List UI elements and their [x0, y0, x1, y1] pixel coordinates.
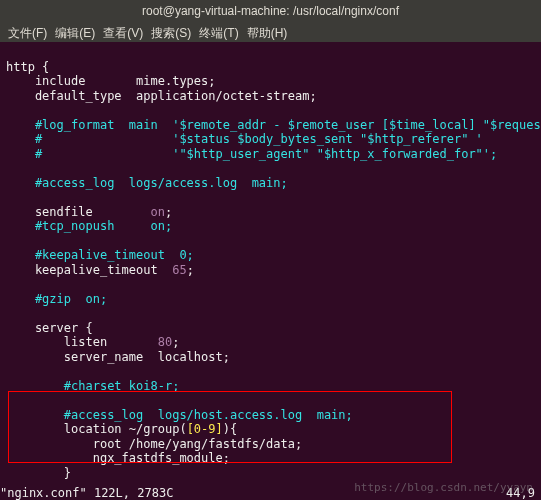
code-line: }: [6, 466, 71, 480]
code-comment: #access_log logs/access.log main;: [6, 176, 288, 190]
code-comment: #tcp_nopush on;: [6, 219, 172, 233]
code-comment: # '"$http_user_agent" "$http_x_forwarded…: [6, 147, 497, 161]
code-comment: #keepalive_timeout 0;: [6, 248, 194, 262]
terminal-content[interactable]: http { include mime.types; default_type …: [0, 42, 541, 500]
code-line: server {: [6, 321, 93, 335]
code-line: listen 80;: [6, 335, 179, 349]
code-comment: # '$status $body_bytes_sent "$http_refer…: [6, 132, 483, 146]
window-titlebar: root@yang-virtual-machine: /usr/local/ng…: [0, 0, 541, 22]
menu-file[interactable]: 文件(F): [6, 25, 49, 39]
code-line: default_type application/octet-stream;: [6, 89, 317, 103]
code-line: keepalive_timeout 65;: [6, 263, 194, 277]
title-text: root@yang-virtual-machine: /usr/local/ng…: [142, 4, 399, 18]
code-comment: #gzip on;: [6, 292, 107, 306]
menu-edit[interactable]: 编辑(E): [53, 25, 97, 39]
code-comment: #access_log logs/host.access.log main;: [6, 408, 353, 422]
code-line: include mime.types;: [6, 74, 216, 88]
menu-help[interactable]: 帮助(H): [245, 25, 290, 39]
code-comment: #log_format main '$remote_addr - $remote…: [6, 118, 541, 132]
code-line: ngx_fastdfs_module;: [6, 451, 230, 465]
code-line: root /home/yang/fastdfs/data;: [6, 437, 302, 451]
code-line: http {: [6, 60, 49, 74]
menu-search[interactable]: 搜索(S): [149, 25, 193, 39]
code-line: location ~/group([0-9]){: [6, 422, 237, 436]
menu-view[interactable]: 查看(V): [101, 25, 145, 39]
menu-terminal[interactable]: 终端(T): [197, 25, 240, 39]
code-line: server_name localhost;: [6, 350, 230, 364]
vim-file-info: "nginx.conf" 122L, 2783C: [0, 486, 173, 500]
menubar: 文件(F) 编辑(E) 查看(V) 搜索(S) 终端(T) 帮助(H): [0, 22, 541, 42]
code-comment: #charset koi8-r;: [6, 379, 179, 393]
code-line: sendfile on;: [6, 205, 172, 219]
watermark: https://blog.csdn.net/yyayn: [354, 481, 533, 494]
